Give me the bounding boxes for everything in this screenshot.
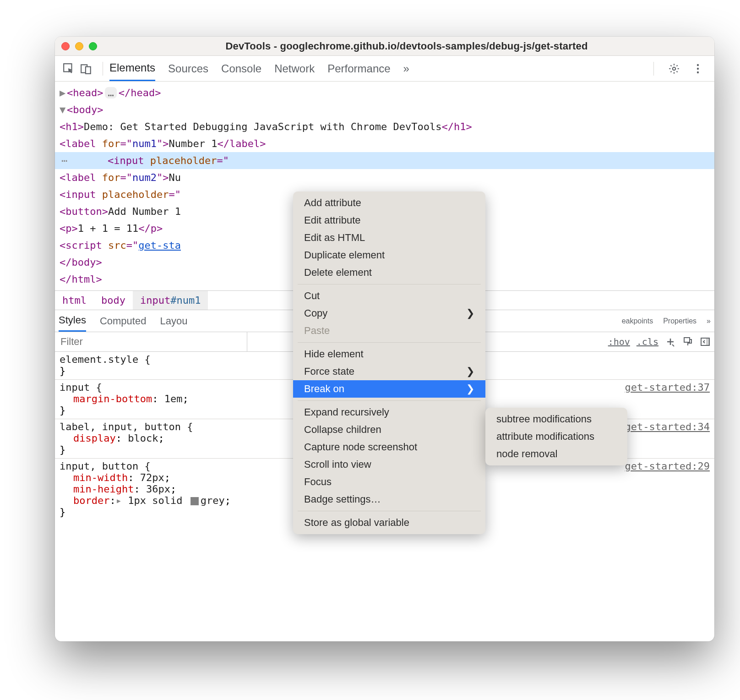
toolbar-separator (103, 62, 103, 76)
main-toolbar: Elements Sources Console Network Perform… (55, 56, 714, 82)
rule-source-link[interactable]: get-started:34 (625, 421, 710, 432)
submenu-arrow-icon: ❯ (466, 307, 474, 319)
window-title: DevTools - googlechrome.github.io/devtoo… (105, 40, 708, 52)
ctx-expand-recursively[interactable]: Expand recursively (293, 404, 485, 421)
subtab-computed[interactable]: Computed (100, 310, 147, 332)
sub-attribute-modifications[interactable]: attribute modifications (485, 428, 627, 445)
tabs-more[interactable]: » (403, 56, 409, 81)
rule-selector: element.style (60, 354, 138, 365)
ctx-hide-element[interactable]: Hide element (293, 345, 485, 363)
label2-text: Nu (169, 172, 181, 183)
rule-selector: input (60, 382, 90, 393)
tab-performance[interactable]: Performance (327, 56, 390, 81)
ctx-label: Break on (304, 383, 344, 395)
rule-source-link[interactable]: get-started:37 (625, 382, 710, 393)
subtabs-more[interactable]: » (707, 317, 711, 325)
prop-value[interactable]: 1px solid (128, 495, 182, 506)
submenu-arrow-icon: ❯ (466, 383, 474, 395)
p-close: </p> (138, 223, 163, 234)
rule-selector: input, button (60, 460, 138, 472)
sub-subtree-modifications[interactable]: subtree modifications (485, 410, 627, 428)
ctx-label: Hide element (304, 348, 364, 360)
gear-icon[interactable] (667, 61, 681, 76)
ctx-break-on[interactable]: Break on❯ (293, 380, 485, 398)
tab-network[interactable]: Network (274, 56, 315, 81)
prop-value[interactable]: 72px (140, 472, 164, 483)
minimize-window-button[interactable] (75, 42, 83, 50)
cls-toggle[interactable]: .cls (637, 336, 658, 347)
prop-name[interactable]: min-height (73, 483, 134, 495)
panel-toggle-icon[interactable] (700, 336, 711, 347)
ctx-label: Paste (304, 325, 330, 337)
svg-point-4 (697, 64, 699, 66)
prop-name[interactable]: min-width (73, 472, 128, 483)
panel-tabs: Elements Sources Console Network Perform… (109, 56, 409, 81)
toolbar-separator (653, 62, 654, 76)
ctx-edit-attribute[interactable]: Edit attribute (293, 212, 485, 229)
ctx-separator (298, 342, 481, 343)
crumb-current[interactable]: input#num1 (133, 291, 208, 310)
svg-rect-9 (706, 338, 709, 345)
tab-sources[interactable]: Sources (168, 56, 208, 81)
ctx-separator (298, 284, 481, 284)
ctx-delete-element[interactable]: Delete element (293, 264, 485, 281)
subtab-layout[interactable]: Layou (160, 310, 187, 332)
subtab-breakpoints[interactable]: eakpoints (622, 317, 653, 325)
ctx-scroll-into-view[interactable]: Scroll into view (293, 456, 485, 473)
selected-dom-row[interactable]: <input placeholder=" (55, 152, 714, 169)
device-icon[interactable] (79, 61, 93, 76)
ctx-store-global[interactable]: Store as global variable (293, 514, 485, 531)
head-open: <head> (67, 87, 103, 98)
body-open[interactable]: <body> (67, 104, 103, 115)
new-rule-icon[interactable] (665, 336, 676, 347)
ctx-badge-settings[interactable]: Badge settings… (293, 491, 485, 508)
button-open: <button> (60, 206, 108, 217)
close-window-button[interactable] (61, 42, 70, 50)
styles-filter-input[interactable] (55, 332, 247, 351)
ctx-separator (298, 511, 481, 511)
rule-source-link[interactable]: get-started:29 (625, 460, 710, 472)
zoom-window-button[interactable] (89, 42, 97, 50)
ctx-paste: Paste (293, 322, 485, 339)
svg-point-5 (697, 67, 699, 69)
submenu-arrow-icon: ❯ (466, 366, 474, 377)
prop-value[interactable]: 1em (164, 393, 183, 405)
prop-name[interactable]: display (73, 432, 116, 444)
tab-console[interactable]: Console (221, 56, 261, 81)
prop-name[interactable]: margin-bottom (73, 393, 152, 405)
ctx-collapse-children[interactable]: Collapse children (293, 421, 485, 438)
color-swatch[interactable] (190, 497, 199, 505)
sub-node-removal[interactable]: node removal (485, 445, 627, 463)
prop-value2[interactable]: grey (201, 495, 225, 506)
svg-rect-7 (684, 338, 690, 342)
paint-icon[interactable] (682, 336, 693, 347)
context-submenu-break-on: subtree modifications attribute modifica… (485, 408, 627, 465)
h1-open: <h1> (60, 121, 84, 132)
svg-point-6 (697, 71, 699, 73)
ctx-add-attribute[interactable]: Add attribute (293, 194, 485, 212)
svg-rect-2 (86, 66, 91, 73)
subtab-styles[interactable]: Styles (59, 310, 86, 332)
devtools-window: DevTools - googlechrome.github.io/devtoo… (55, 37, 714, 641)
ctx-edit-as-html[interactable]: Edit as HTML (293, 229, 485, 246)
crumb-html[interactable]: html (55, 291, 94, 310)
prop-name[interactable]: border (73, 495, 109, 506)
subtab-properties[interactable]: Properties (663, 317, 696, 325)
hov-toggle[interactable]: :hov (608, 336, 630, 347)
prop-value[interactable]: block (128, 432, 158, 444)
h1-close: </h1> (441, 121, 472, 132)
ctx-capture-screenshot[interactable]: Capture node screenshot (293, 438, 485, 456)
ctx-focus[interactable]: Focus (293, 473, 485, 491)
h1-text: Demo: Get Started Debugging JavaScript w… (84, 121, 441, 132)
inspect-icon[interactable] (61, 61, 76, 76)
kebab-icon[interactable] (691, 61, 705, 76)
ctx-duplicate-element[interactable]: Duplicate element (293, 246, 485, 264)
ctx-copy[interactable]: Copy❯ (293, 305, 485, 322)
tab-elements[interactable]: Elements (109, 56, 155, 81)
ctx-cut[interactable]: Cut (293, 287, 485, 305)
button-text: Add Number 1 (108, 206, 181, 217)
prop-value[interactable]: 36px (146, 483, 170, 495)
crumb-body[interactable]: body (94, 291, 133, 310)
script-src[interactable]: get-sta (138, 240, 181, 251)
ctx-force-state[interactable]: Force state❯ (293, 363, 485, 380)
